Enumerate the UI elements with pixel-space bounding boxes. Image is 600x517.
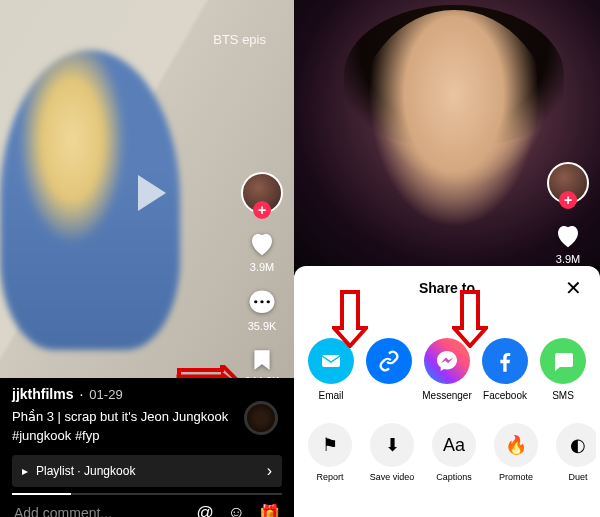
- action-duet[interactable]: ◐Duet: [550, 423, 596, 482]
- post-date: 01-29: [89, 387, 122, 402]
- video-watermark: BTS epis: [213, 32, 266, 47]
- chevron-right-icon: ›: [267, 462, 272, 480]
- sound-disc-icon[interactable]: [244, 401, 278, 435]
- follow-plus-icon-2[interactable]: +: [559, 191, 577, 209]
- download-icon: ⬇: [370, 423, 414, 467]
- video-subject-face: [354, 10, 554, 250]
- comment-button[interactable]: 35.9K: [247, 288, 277, 332]
- action-save-label: Save video: [370, 472, 415, 482]
- tiktok-feed-screen: BTS epis + 3.9M 35.9K 644.2K 76.3K jjkth…: [0, 0, 294, 517]
- creator-avatar-2[interactable]: +: [547, 162, 589, 204]
- username[interactable]: jjkthfilms: [12, 386, 73, 402]
- flag-icon: ⚑: [308, 423, 352, 467]
- share-copy-link[interactable]: [361, 338, 417, 401]
- heart-icon-2: [553, 221, 583, 251]
- video-hashtags[interactable]: #jungkook #fyp: [12, 428, 282, 443]
- facebook-icon: [482, 338, 528, 384]
- duet-icon: ◐: [556, 423, 596, 467]
- action-rail-2: + 3.9M: [544, 162, 592, 265]
- like-count: 3.9M: [250, 261, 274, 273]
- captions-icon: Aa: [432, 423, 476, 467]
- share-facebook[interactable]: Facebook: [477, 338, 533, 401]
- share-email[interactable]: Email: [303, 338, 359, 401]
- comment-placeholder: Add comment...: [14, 505, 112, 517]
- share-sms-label: SMS: [552, 390, 574, 401]
- fire-icon: 🔥: [494, 423, 538, 467]
- action-report[interactable]: ⚑Report: [302, 423, 358, 482]
- action-captions[interactable]: AaCaptions: [426, 423, 482, 482]
- svg-point-1: [254, 300, 257, 303]
- svg-point-2: [260, 300, 263, 303]
- like-button-2[interactable]: 3.9M: [553, 221, 583, 265]
- action-promote-label: Promote: [499, 472, 533, 482]
- action-save-video[interactable]: ⬇Save video: [364, 423, 420, 482]
- share-sheet-title: Share to: [419, 280, 475, 296]
- heart-icon: [247, 229, 277, 259]
- action-captions-label: Captions: [436, 472, 472, 482]
- messenger-icon: [424, 338, 470, 384]
- comment-input-bar[interactable]: Add comment... @ ☺ 🎁: [12, 495, 282, 517]
- share-messenger[interactable]: Messenger: [419, 338, 475, 401]
- share-messenger-label: Messenger: [422, 390, 471, 401]
- playlist-label: Playlist · Jungkook: [36, 464, 135, 478]
- share-destinations-row: Email Messenger Facebook SMS: [298, 310, 596, 411]
- date-separator: ·: [79, 386, 83, 402]
- share-email-label: Email: [318, 390, 343, 401]
- action-promote[interactable]: 🔥Promote: [488, 423, 544, 482]
- share-actions-row: ⚑Report ⬇Save video AaCaptions 🔥Promote …: [298, 411, 596, 482]
- like-button[interactable]: 3.9M: [247, 229, 277, 273]
- gift-icon[interactable]: 🎁: [259, 503, 280, 517]
- emoji-icon[interactable]: ☺: [228, 503, 245, 517]
- sms-icon: [540, 338, 586, 384]
- video-caption[interactable]: Phần 3 | scrap but it's Jeon Jungkook: [12, 408, 282, 426]
- bookmark-icon: [249, 347, 275, 373]
- svg-rect-5: [322, 355, 340, 367]
- email-icon: [308, 338, 354, 384]
- close-icon[interactable]: ✕: [565, 276, 582, 300]
- comment-count: 35.9K: [248, 320, 277, 332]
- video-info: jjkthfilms · 01-29 Phần 3 | scrap but it…: [10, 378, 284, 517]
- share-facebook-label: Facebook: [483, 390, 527, 401]
- action-duet-label: Duet: [568, 472, 587, 482]
- video-progress[interactable]: [12, 493, 282, 495]
- tiktok-share-screen: + 3.9M Share to ✕ Email Messenger: [294, 0, 600, 517]
- svg-point-3: [267, 300, 270, 303]
- share-sms[interactable]: SMS: [535, 338, 591, 401]
- mention-icon[interactable]: @: [196, 503, 213, 517]
- playlist-icon: ▸: [22, 464, 28, 478]
- comment-icon: [247, 288, 277, 318]
- like-count-2: 3.9M: [556, 253, 580, 265]
- follow-plus-icon[interactable]: +: [253, 201, 271, 219]
- play-icon[interactable]: [138, 175, 166, 211]
- share-sheet: Share to ✕ Email Messenger Facebook: [294, 266, 600, 517]
- creator-avatar[interactable]: +: [241, 172, 283, 214]
- playlist-bar[interactable]: ▸ Playlist · Jungkook ›: [12, 455, 282, 487]
- link-icon: [366, 338, 412, 384]
- action-report-label: Report: [316, 472, 343, 482]
